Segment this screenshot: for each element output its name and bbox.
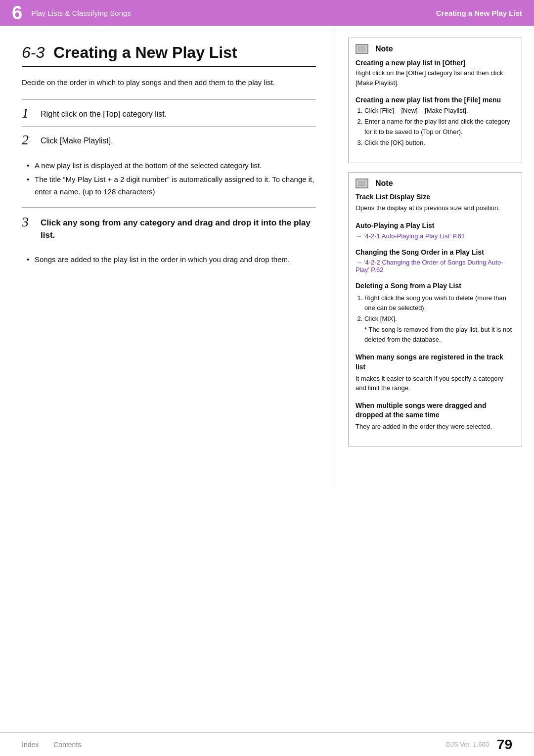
section-title-text: Creating a New Play List [53, 44, 237, 61]
note1-section-1: Creating a new play list in [Other] Righ… [356, 59, 515, 88]
note2-item-1-link[interactable]: → ‘4-2-1 Auto-Playing a Play List’ P.61 [356, 232, 515, 240]
bullet-item: A new play list is displayed at the bott… [27, 160, 316, 172]
note2-item-0: Track List Display Size Opens the displa… [356, 192, 515, 213]
note2-item-2-title: Changing the Song Order in a Play List [356, 248, 515, 258]
step-2-num: 2 [22, 133, 36, 148]
intro-text: Decide on the order in which to play son… [22, 77, 316, 89]
note2-item-3-list: Right click the song you wish to delete … [356, 293, 515, 345]
footer: Index Contents DJS Ver. 1.600 79 [0, 732, 534, 756]
note1-text-1: Right click on the [Other] category list… [356, 68, 515, 88]
bullet-item: Songs are added to the play list in the … [27, 254, 316, 266]
step-3-num: 3 [22, 215, 36, 230]
chapter-number: 6 [12, 3, 22, 22]
header-left-title: Play Lists & Classifying Songs [31, 9, 131, 17]
note1-list-item: Click the [OK] button. [364, 138, 515, 148]
note2-item-4-title: When many songs are registered in the tr… [356, 353, 515, 372]
header-right-title: Creating a New Play List [436, 9, 522, 17]
right-column: Note Creating a new play list in [Other]… [336, 26, 534, 485]
note1-heading-1: Creating a new play list in [Other] [356, 59, 515, 67]
note2-item-1-title: Auto-Playing a Play List [356, 221, 515, 231]
step-3-text: Click any song from any category and dra… [41, 215, 316, 242]
note2-item-5-text: They are added in the order they were se… [356, 422, 515, 432]
footer-right: DJS Ver. 1.600 79 [446, 737, 512, 753]
step-1: 1 Right click on the [Top] category list… [22, 99, 316, 126]
note2-item-5-title: When multiple songs were dragged and dro… [356, 401, 515, 420]
footer-version: DJS Ver. 1.600 [446, 741, 489, 748]
section-title: 6-3 Creating a New Play List [22, 44, 316, 67]
bullets-after-step3: Songs are added to the play list in the … [22, 254, 316, 266]
note2-list-item: Click [MIX]. [364, 314, 515, 324]
note2-item-1: Auto-Playing a Play List → ‘4-2-1 Auto-P… [356, 221, 515, 240]
note-header-2: Note [356, 178, 515, 188]
note1-list-item: Enter a name for the play list and click… [364, 117, 515, 136]
footer-page-number: 79 [497, 737, 512, 753]
bullet-item: The title “My Play List + a 2 digit numb… [27, 174, 316, 198]
note2-item-2: Changing the Song Order in a Play List →… [356, 248, 515, 274]
note1-list: Click [File] – [New] – [Make Playlist]. … [356, 106, 515, 148]
note-title-1: Note [375, 44, 393, 53]
note2-item-4-text: It makes it easier to search if you spec… [356, 374, 515, 393]
step-1-num: 1 [22, 106, 36, 121]
note1-list-item: Click [File] – [New] – [Make Playlist]. [364, 106, 515, 116]
header-bar: 6 Play Lists & Classifying Songs Creatin… [0, 0, 534, 26]
bullets-after-step2: A new play list is displayed at the bott… [22, 160, 316, 198]
footer-left: Index Contents [22, 741, 81, 749]
footer-contents-link[interactable]: Contents [53, 741, 81, 749]
section-prefix: 6-3 [22, 44, 44, 61]
step-1-text: Right click on the [Top] category list. [41, 106, 167, 121]
note2-item-0-text: Opens the display at its previous size a… [356, 203, 515, 213]
note2-item-4: When many songs are registered in the tr… [356, 353, 515, 393]
note2-list-item: Right click the song you wish to delete … [364, 293, 515, 313]
left-column: 6-3 Creating a New Play List Decide on t… [0, 26, 336, 485]
step-3: 3 Click any song from any category and d… [22, 207, 316, 247]
note1-heading-2: Creating a new play list from the [File]… [356, 96, 515, 104]
page-body: 6-3 Creating a New Play List Decide on t… [0, 26, 534, 485]
note-icon-1 [356, 44, 368, 54]
note2-item-5: When multiple songs were dragged and dro… [356, 401, 515, 432]
note-header-1: Note [356, 44, 515, 54]
note2-item-3: Deleting a Song from a Play List Right c… [356, 281, 515, 345]
footer-index-link[interactable]: Index [22, 741, 39, 749]
note-icon-2 [356, 178, 368, 188]
note2-list-item: * The song is removed from the play list… [364, 325, 515, 345]
note2-item-3-title: Deleting a Song from a Play List [356, 281, 515, 291]
note1-section-2: Creating a new play list from the [File]… [356, 96, 515, 148]
note2-item-0-title: Track List Display Size [356, 192, 515, 202]
step-2: 2 Click [Make Playlist]. [22, 126, 316, 153]
note-title-2: Note [375, 179, 393, 188]
note2-item-2-link[interactable]: → ‘4-2-2 Changing the Order of Songs Dur… [356, 259, 515, 273]
note-box-1: Note Creating a new play list in [Other]… [348, 38, 522, 163]
note-box-2: Note Track List Display Size Opens the d… [348, 172, 522, 446]
step-2-text: Click [Make Playlist]. [41, 133, 113, 147]
